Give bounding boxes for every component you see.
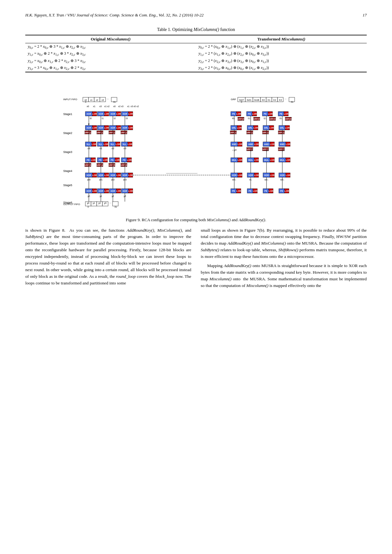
svg-text:LOR: LOR bbox=[268, 113, 273, 115]
svg-text:LOR: LOR bbox=[286, 159, 291, 161]
svg-text:LOR: LOR bbox=[92, 190, 97, 192]
svg-text:PE: PE bbox=[111, 159, 114, 161]
svg-text:LOR: LOR bbox=[91, 159, 96, 161]
svg-text:SLL: SLL bbox=[86, 143, 91, 145]
svg-text:PE: PE bbox=[248, 190, 252, 192]
svg-text:GRF(1): GRF(1) bbox=[96, 131, 103, 134]
svg-text:XOR: XOR bbox=[122, 113, 127, 115]
svg-text:GRF(0): GRF(0) bbox=[269, 118, 276, 120]
svg-text:GRF(4): GRF(4) bbox=[96, 164, 103, 166]
rca-diagram: .blk { font-family: Arial, sans-serif; f… bbox=[60, 79, 332, 211]
svg-text:GRF(3): GRF(3) bbox=[84, 164, 91, 166]
table-cell-right: y1,c = 2 * (x1,c ⊕ x2,c) ⊕ (x2,c ⊕ (x0,c… bbox=[196, 50, 367, 57]
svg-text:PE: PE bbox=[232, 190, 235, 192]
header-left: H.K. Nguyen, X.T. Tran / VNU Journal of … bbox=[25, 13, 204, 18]
svg-text:LOR: LOR bbox=[128, 113, 133, 115]
table-cell-right: y2,c = 2 * (x2,c ⊕ x3,c) ⊕ (x3,c ⊕ (x0,c… bbox=[196, 58, 367, 64]
table-cell-right: y0,c = 2 * (x0,c ⊕ x1,c) ⊕ (x1,c ⊕ (x2,c… bbox=[196, 43, 367, 51]
svg-text:AND: AND bbox=[280, 143, 285, 145]
svg-text:────────────────────: ──────────────────── bbox=[166, 172, 197, 174]
svg-text:31: 31 bbox=[113, 101, 116, 103]
svg-text:LOR: LOR bbox=[104, 113, 109, 115]
svg-text:x3 x0 x2: x3 x0 x2 bbox=[131, 105, 139, 107]
svg-text:LOR: LOR bbox=[104, 143, 108, 145]
svg-text:x3: x3 bbox=[99, 105, 102, 107]
svg-text:OUTPUT FIFO: OUTPUT FIFO bbox=[63, 203, 80, 206]
svg-text:t3: t3 bbox=[126, 117, 128, 119]
svg-text:LOR: LOR bbox=[116, 126, 121, 129]
diagram-section: .blk { font-family: Arial, sans-serif; f… bbox=[25, 79, 367, 213]
svg-text:XOR: XOR bbox=[86, 126, 91, 129]
svg-text:LOR: LOR bbox=[270, 159, 275, 161]
svg-text:K1: K1 bbox=[268, 99, 271, 101]
svg-text:GRF(6): GRF(6) bbox=[120, 164, 127, 166]
svg-text:AND: AND bbox=[264, 143, 269, 145]
svg-text:LOR: LOR bbox=[104, 190, 109, 192]
svg-text:x2: x2 bbox=[96, 99, 98, 101]
table-cell-left: y1,c = x0,c ⊕ 2 * x1,c ⊕ 3 * x2,c ⊕ x3,c bbox=[25, 50, 196, 57]
svg-text:LOR: LOR bbox=[236, 113, 241, 115]
svg-text:INPUT FIFO: INPUT FIFO bbox=[63, 98, 77, 101]
svg-text:x0: x0 bbox=[113, 105, 116, 107]
svg-text:t2↓: t2↓ bbox=[264, 117, 266, 119]
svg-text:K3: K3 bbox=[279, 99, 282, 101]
svg-text:XOR: XOR bbox=[280, 174, 285, 176]
table-row: y2,c = x0,c ⊕ x1,c ⊕ 2 * x2,c ⊕ 3 * x3,c… bbox=[25, 58, 367, 64]
svg-text:AND: AND bbox=[248, 143, 253, 145]
svg-text:SRL: SRL bbox=[232, 126, 236, 129]
svg-text:PE: PE bbox=[264, 190, 267, 192]
svg-text:···: ··· bbox=[109, 202, 111, 204]
svg-text:LOR: LOR bbox=[92, 113, 97, 115]
table-cell-right: y3,c = 2 * (x3,c ⊕ x0,c) ⊕ (x0,c ⊕ (x1,c… bbox=[196, 64, 367, 72]
svg-text:GRF(1): GRF(1) bbox=[246, 131, 253, 134]
svg-text:MUL: MUL bbox=[280, 159, 285, 161]
svg-text:0x01: 0x01 bbox=[247, 99, 251, 101]
svg-text:GRF(1): GRF(1) bbox=[120, 131, 127, 134]
svg-text:LOR: LOR bbox=[237, 126, 242, 129]
svg-text:XOR: XOR bbox=[264, 174, 269, 176]
svg-text:Stage5: Stage5 bbox=[63, 184, 72, 187]
svg-text:LOR: LOR bbox=[285, 126, 290, 129]
col-header-left: Original Mixcolumns() bbox=[25, 35, 196, 43]
svg-text:XOR: XOR bbox=[110, 174, 115, 176]
svg-text:XOR: XOR bbox=[98, 174, 103, 176]
table-cell-left: y3,c = 3 * x0,c ⊕ x1,c ⊕ x2,c ⊕ 2 * x3,c bbox=[25, 64, 196, 72]
svg-text:K0: K0 bbox=[262, 99, 265, 101]
svg-text:LOR: LOR bbox=[269, 190, 273, 192]
svg-text:LOR: LOR bbox=[253, 190, 258, 192]
svg-text:0: 0 bbox=[241, 101, 242, 103]
svg-text:LOR: LOR bbox=[286, 174, 291, 176]
svg-text:GRF(0): GRF(0) bbox=[237, 118, 244, 120]
svg-text:GRF(0): GRF(0) bbox=[285, 118, 292, 120]
table-section: Table 1. Optimizing MixColumns() functio… bbox=[25, 27, 367, 72]
svg-text:XOR: XOR bbox=[86, 190, 91, 192]
svg-text:LOR: LOR bbox=[128, 174, 133, 176]
svg-text:t1↓: t1↓ bbox=[248, 117, 251, 119]
col-header-right: Transformed Mixcolumns() bbox=[196, 35, 367, 43]
svg-text:GRF(0): GRF(0) bbox=[253, 118, 260, 120]
svg-text:LOR: LOR bbox=[236, 190, 241, 192]
svg-text:↓v0: ↓v0 bbox=[87, 147, 90, 149]
svg-text:LOR: LOR bbox=[238, 159, 242, 161]
svg-text:LOR: LOR bbox=[286, 143, 291, 145]
svg-rect-314 bbox=[113, 202, 118, 206]
svg-text:t0: t0 bbox=[90, 117, 92, 119]
svg-text:SLL: SLL bbox=[98, 143, 103, 145]
svg-text:x3: x3 bbox=[101, 99, 104, 101]
svg-text:Stage4: Stage4 bbox=[63, 169, 72, 173]
svg-text:XOR: XOR bbox=[248, 174, 253, 176]
svg-text:PE: PE bbox=[87, 159, 90, 161]
svg-text:K2: K2 bbox=[273, 99, 276, 101]
table-cell-left: y2,c = x0,c ⊕ x1,c ⊕ 2 * x2,c ⊕ 3 * x3,c bbox=[25, 58, 196, 64]
body-col-right: small loops as shown in Figure 7(b). By … bbox=[201, 227, 367, 292]
svg-text:LOR: LOR bbox=[104, 174, 109, 176]
svg-text:GRF(1): GRF(1) bbox=[278, 131, 285, 134]
two-column-body: is shown in Figure 8. As you can see, th… bbox=[25, 227, 367, 292]
svg-text:LOR: LOR bbox=[252, 113, 257, 115]
svg-text:LOR: LOR bbox=[254, 126, 258, 129]
svg-text:···: ··· bbox=[285, 98, 286, 100]
mix-table: Original Mixcolumns() Transformed Mixcol… bbox=[25, 35, 367, 72]
svg-text:LOR: LOR bbox=[116, 143, 120, 145]
svg-text:GRF(1): GRF(1) bbox=[262, 131, 269, 134]
svg-text:31: 31 bbox=[291, 101, 293, 103]
